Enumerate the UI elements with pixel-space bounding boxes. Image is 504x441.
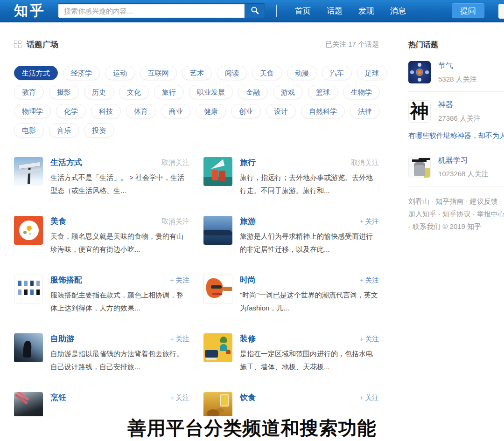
topic-tag-pill[interactable]: 动漫: [287, 66, 317, 80]
hot-topic-question-link[interactable]: 有哪些软件堪称神器，却不为人知: [408, 131, 504, 140]
topic-tag-pill[interactable]: 美食: [252, 66, 282, 80]
unfollow-button[interactable]: 取消关注: [161, 217, 189, 226]
sidebar-divider: [408, 147, 504, 147]
topic-tag-pill[interactable]: 化学: [56, 104, 86, 118]
topic-title-link[interactable]: 自助游: [50, 333, 74, 344]
topic-thumbnail[interactable]: [203, 333, 232, 362]
topic-title-link[interactable]: 装修: [240, 333, 256, 344]
edge-button-fragment[interactable]: [498, 4, 504, 19]
search-button[interactable]: [245, 3, 265, 18]
topic-card: 美食取消关注美食，顾名思义就是美味的食物，贵的有山珍海味，便宜的有街边小吃...: [14, 216, 189, 258]
topic-card: 装修+关注是指在一定区域和范围内进行的，包括水电施工、墙体、地板、天花板...: [203, 333, 379, 375]
follow-button[interactable]: +关注: [359, 335, 379, 344]
topic-tag-pill[interactable]: 艺术: [182, 66, 212, 80]
follow-button[interactable]: +关注: [170, 335, 189, 344]
topic-tag-pill[interactable]: 金融: [238, 85, 268, 99]
hot-topic-item: 机器学习1023268 人关注: [408, 155, 504, 186]
topic-title-link[interactable]: 烹饪: [50, 392, 66, 403]
topic-description: 美食，顾名思义就是美味的食物，贵的有山珍海味，便宜的有街边小吃...: [50, 230, 189, 256]
topic-tag-pill[interactable]: 汽车: [322, 66, 352, 80]
ask-question-button[interactable]: 提问: [452, 3, 484, 18]
topic-title-link[interactable]: 美食: [50, 216, 66, 227]
topic-card-body: 自助游+关注自助游是指以最省钱的方法背着包去旅行。自己设计路线，自己安排旅...: [50, 333, 189, 375]
topic-thumbnail[interactable]: [14, 275, 43, 303]
nav-item-4[interactable]: 消息: [382, 6, 414, 16]
topic-thumbnail[interactable]: [203, 157, 232, 186]
topic-tag-pill[interactable]: 阅读: [217, 66, 247, 80]
solar-topic-icon[interactable]: [408, 61, 431, 83]
topic-tag-pill[interactable]: 互联网: [140, 66, 177, 80]
tag-row-3: 物理学化学科技体育商业健康创业设计自然科学法律: [14, 104, 387, 118]
nav-item-3[interactable]: 发现: [350, 6, 382, 16]
hot-topic-item: 节气5328 人关注: [408, 60, 504, 91]
nav-item-2[interactable]: 话题: [319, 6, 350, 16]
topic-tag-pill[interactable]: 商业: [161, 104, 191, 118]
topic-tag-pill[interactable]: 体育: [126, 104, 156, 118]
topic-title-link[interactable]: 生活方式: [50, 157, 82, 168]
topic-tag-pill[interactable]: 足球: [357, 66, 387, 80]
unfollow-button[interactable]: 取消关注: [161, 158, 189, 167]
topic-tag-pill[interactable]: 职业发展: [189, 85, 233, 99]
unfollow-button[interactable]: 取消关注: [351, 158, 379, 167]
footer-links-line[interactable]: 刘看山 · 知乎指南 · 建议反馈 ·: [408, 195, 504, 207]
topic-card-body: 美食取消关注美食，顾名思义就是美味的食物，贵的有山珍海味，便宜的有街边小吃...: [50, 216, 189, 258]
topic-tag-pill[interactable]: 文化: [119, 85, 149, 99]
topic-tag-pill[interactable]: 自然科学: [301, 104, 345, 118]
topic-thumbnail[interactable]: [14, 333, 43, 362]
topic-card-body: 生活方式取消关注生活方式不是「生活」。 > 社会学中，生活型态（或生活风格、生.…: [50, 157, 189, 199]
header-separator: [276, 5, 277, 17]
search-input[interactable]: [58, 3, 245, 18]
nav-item-1[interactable]: 首页: [287, 6, 319, 16]
followed-topics-count: 已关注 17 个话题: [325, 40, 379, 49]
topic-tag-pill[interactable]: 生物学: [343, 85, 380, 99]
topic-title-link[interactable]: 旅行: [240, 157, 256, 168]
topic-category-tags: 生活方式经济学运动互联网艺术阅读美食动漫汽车足球教育摄影历史文化旅行职业发展金融…: [14, 66, 387, 142]
topic-tag-pill[interactable]: 经济学: [63, 66, 100, 80]
topic-tag-pill[interactable]: 游戏: [273, 85, 303, 99]
follow-button[interactable]: +关注: [359, 276, 379, 285]
topic-tag-pill[interactable]: 音乐: [49, 123, 79, 138]
topic-tag-pill[interactable]: 设计: [266, 104, 296, 118]
topic-tag-pill[interactable]: 物理学: [14, 104, 51, 118]
topic-title-link[interactable]: 时尚: [240, 275, 256, 285]
follow-button[interactable]: +关注: [359, 217, 379, 226]
hot-topic-name-link[interactable]: 机器学习: [438, 156, 468, 164]
follow-label: 关注: [175, 335, 189, 343]
topic-thumbnail[interactable]: [14, 216, 43, 245]
topic-tag-pill[interactable]: 电影: [14, 123, 44, 138]
topic-description: 自助游是指以最省钱的方法背着包去旅行。自己设计路线，自己安排旅...: [50, 347, 189, 373]
ml-topic-icon[interactable]: [408, 156, 431, 178]
topic-tag-pill[interactable]: 摄影: [49, 85, 79, 99]
topic-thumbnail[interactable]: [203, 275, 232, 303]
topic-thumbnail[interactable]: [14, 157, 43, 186]
hot-topic-name-link[interactable]: 节气: [438, 62, 453, 69]
topic-tag-pill[interactable]: 运动: [105, 66, 135, 80]
topic-tag-pill[interactable]: 生活方式: [14, 66, 58, 80]
topic-tag-pill[interactable]: 投资: [84, 123, 114, 138]
topic-title-link[interactable]: 服饰搭配: [50, 275, 82, 285]
topic-tag-pill[interactable]: 旅行: [154, 85, 184, 99]
topic-tag-pill[interactable]: 法律: [350, 104, 380, 118]
hot-topics-list: 节气5328 人关注神神器27386 人关注有哪些软件堪称神器，却不为人知机器学…: [408, 60, 504, 186]
footer-links-line[interactable]: · 联系我们 © 2019 知乎: [408, 220, 504, 233]
follow-button[interactable]: +关注: [359, 393, 379, 402]
topic-title-link[interactable]: 旅游: [240, 216, 256, 227]
topic-card: 生活方式取消关注生活方式不是「生活」。 > 社会学中，生活型态（或生活风格、生.…: [14, 157, 189, 199]
topic-tag-pill[interactable]: 历史: [84, 85, 114, 99]
follow-label: 关注: [365, 393, 379, 401]
follow-button[interactable]: +关注: [170, 276, 189, 285]
zhihu-logo[interactable]: 知乎: [14, 1, 46, 21]
topic-description: 是指在一定区域和范围内进行的，包括水电施工、墙体、地板、天花板...: [240, 347, 379, 373]
topic-title-link[interactable]: 饮食: [240, 392, 256, 403]
footer-links-line[interactable]: 加入知乎 · 知乎协议 · 举报中心: [408, 207, 504, 220]
hot-topic-name-link[interactable]: 神器: [438, 101, 453, 109]
topic-tag-pill[interactable]: 创业: [231, 104, 261, 118]
topic-tag-pill[interactable]: 教育: [14, 85, 44, 99]
topic-tag-pill[interactable]: 科技: [91, 104, 121, 118]
shen-topic-icon[interactable]: 神: [408, 100, 431, 123]
topic-tag-pill[interactable]: 篮球: [308, 85, 338, 99]
topic-thumbnail[interactable]: [203, 216, 232, 245]
topic-tag-pill[interactable]: 健康: [196, 104, 226, 118]
follow-button[interactable]: +关注: [170, 393, 189, 402]
topic-card: 服饰搭配+关注服装搭配主要指在款式，颜色上相协调，整体上达到得体，大方的效果..…: [14, 275, 189, 317]
